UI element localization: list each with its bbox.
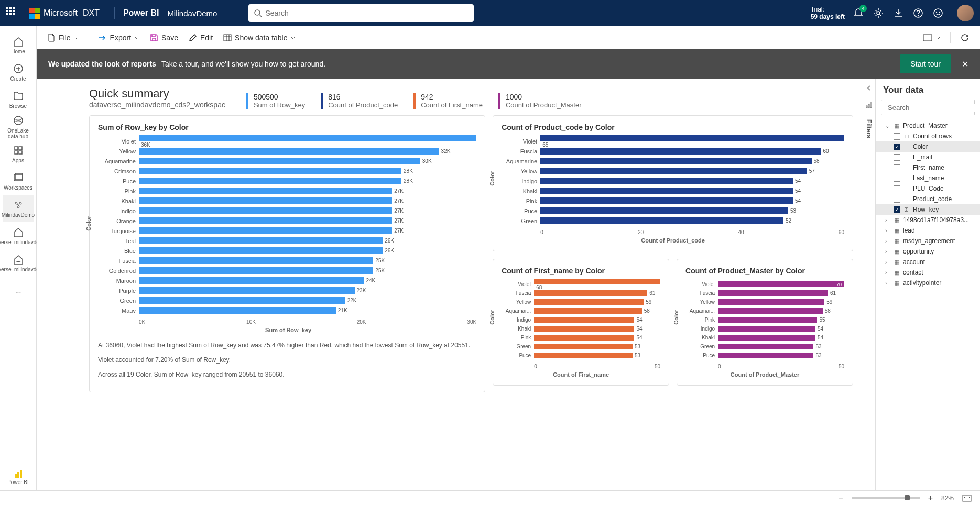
bar-row[interactable]: Aquamar...58: [502, 307, 660, 315]
bar-row[interactable]: Aquamarine58: [502, 157, 844, 166]
bar-row[interactable]: Puce53: [685, 352, 844, 359]
bar-row[interactable]: Maroon24K: [100, 276, 476, 285]
data-search-input[interactable]: [888, 104, 976, 112]
refresh-button[interactable]: [956, 31, 974, 45]
trial-status[interactable]: Trial:59 days left: [811, 6, 845, 21]
chart-card-first-name[interactable]: Count of First_name by Color Color Viole…: [493, 259, 669, 386]
bar-row[interactable]: Khaki54: [685, 334, 844, 342]
bar-row[interactable]: Indigo27K: [100, 206, 476, 215]
table-node-msdyn-agreement[interactable]: ›▦msdyn_agreement: [876, 236, 980, 246]
view-mode-button[interactable]: [919, 32, 945, 43]
data-search[interactable]: [881, 100, 975, 115]
nav-item-home[interactable]: Home: [3, 31, 34, 59]
chart-card-row-key[interactable]: Sum of Row_key by Color Color Violet36KY…: [89, 115, 485, 392]
bar-row[interactable]: Violet68: [502, 280, 660, 288]
table-node-account[interactable]: ›▦account: [876, 257, 980, 267]
nav-item-dataverse-milindavdem---[interactable]: dataverse_milindavdem...: [3, 222, 34, 249]
help-icon[interactable]: [913, 8, 923, 18]
bar-row[interactable]: Green53: [685, 343, 844, 350]
table-node-product-master[interactable]: ⌄▦Product_Master: [876, 120, 980, 131]
field-count-of-rows[interactable]: □Count of rows: [876, 131, 980, 141]
nav-item-milindavdemo[interactable]: MilindavDemo: [3, 195, 34, 222]
bar-row[interactable]: Yellow59: [502, 298, 660, 306]
bar-row[interactable]: Indigo54: [685, 325, 844, 333]
powerbi-switcher[interactable]: Power BI: [3, 463, 34, 490]
file-menu[interactable]: File: [43, 31, 83, 44]
bar-row[interactable]: Blue26K: [100, 246, 476, 255]
bar-row[interactable]: Aquamar...58: [685, 307, 844, 315]
bar-row[interactable]: Purple23K: [100, 286, 476, 295]
bar-row[interactable]: Puce53: [502, 206, 844, 215]
settings-icon[interactable]: [873, 8, 884, 18]
table-node-lead[interactable]: ›▦lead: [876, 225, 980, 236]
filters-pane-collapsed[interactable]: Filters: [862, 79, 875, 490]
bar-row[interactable]: Yellow59: [685, 298, 844, 306]
search-input[interactable]: [265, 9, 469, 17]
feedback-icon[interactable]: [933, 8, 943, 18]
download-icon[interactable]: [893, 8, 903, 18]
bar-row[interactable]: Green53: [502, 343, 660, 350]
bar-row[interactable]: Green52: [502, 216, 844, 225]
export-menu[interactable]: Export: [94, 31, 144, 44]
bar-row[interactable]: Yellow32K: [100, 147, 476, 156]
zoom-slider[interactable]: [852, 497, 920, 499]
bar-row[interactable]: Fuscia60: [502, 147, 844, 156]
bar-row[interactable]: Green22K: [100, 296, 476, 305]
bar-row[interactable]: Indigo54: [502, 316, 660, 324]
bar-row[interactable]: Teal26K: [100, 236, 476, 245]
bar-row[interactable]: Goldenrod25K: [100, 266, 476, 275]
start-tour-button[interactable]: Start tour: [900, 54, 951, 73]
zoom-out-button[interactable]: −: [838, 493, 843, 503]
field-product-code[interactable]: Product_code: [876, 194, 980, 204]
show-data-table-button[interactable]: Show data table: [219, 31, 300, 44]
nav-item----[interactable]: ...: [3, 277, 34, 304]
save-button[interactable]: Save: [146, 31, 182, 44]
bar-row[interactable]: Violet65: [502, 137, 844, 146]
app-launcher-icon[interactable]: [6, 7, 19, 19]
user-avatar[interactable]: [957, 5, 974, 21]
bar-row[interactable]: Fuscia61: [685, 289, 844, 297]
bar-row[interactable]: Mauv21K: [100, 306, 476, 315]
bar-row[interactable]: Pink54: [502, 196, 844, 205]
bar-row[interactable]: Khaki54: [502, 325, 660, 333]
bar-row[interactable]: Indigo54: [502, 177, 844, 185]
field-plu-code[interactable]: PLU_Code: [876, 183, 980, 194]
global-search[interactable]: [248, 4, 474, 22]
fit-page-icon[interactable]: [962, 495, 972, 502]
table-node-opportunity[interactable]: ›▦opportunity: [876, 246, 980, 257]
bar-row[interactable]: Pink27K: [100, 186, 476, 195]
nav-item-browse[interactable]: Browse: [3, 86, 34, 113]
bar-row[interactable]: Pink55: [685, 316, 844, 324]
bar-row[interactable]: Violet36K: [100, 137, 476, 146]
nav-item-workspaces[interactable]: Workspaces: [3, 168, 34, 195]
nav-item-dataverse-milindavdem---[interactable]: dataverse_milindavdem...: [3, 249, 34, 277]
edit-button[interactable]: Edit: [184, 31, 217, 44]
bar-row[interactable]: Violet70: [685, 280, 844, 288]
bar-row[interactable]: Orange27K: [100, 216, 476, 225]
table-node-activitypointer[interactable]: ›▦activitypointer: [876, 278, 980, 288]
zoom-in-button[interactable]: +: [928, 493, 933, 503]
field-row-key[interactable]: ✓ΣRow_key: [876, 204, 980, 215]
close-banner-icon[interactable]: ✕: [962, 59, 968, 69]
field-last-name[interactable]: Last_name: [876, 173, 980, 183]
nav-item-onelake-data-hub[interactable]: OneLake data hub: [3, 113, 34, 140]
bar-row[interactable]: Crimson28K: [100, 167, 476, 175]
table-node-1498cd1a7f104978a3---[interactable]: ›▦1498cd1a7f104978a3...: [876, 215, 980, 225]
workspace-name[interactable]: MilindavDemo: [167, 9, 217, 18]
bar-row[interactable]: Fuscia61: [502, 289, 660, 297]
zoom-level[interactable]: 82%: [941, 495, 954, 502]
notifications-icon[interactable]: 4: [853, 8, 864, 18]
bar-row[interactable]: Turquoise27K: [100, 226, 476, 235]
table-node-contact[interactable]: ›▦contact: [876, 267, 980, 278]
bar-row[interactable]: Khaki27K: [100, 196, 476, 205]
nav-item-create[interactable]: Create: [3, 59, 34, 86]
bar-row[interactable]: Yellow57: [502, 167, 844, 175]
bar-row[interactable]: Puce28K: [100, 177, 476, 185]
bar-row[interactable]: Aquamarine30K: [100, 157, 476, 166]
bar-row[interactable]: Puce53: [502, 352, 660, 359]
field-first-name[interactable]: First_name: [876, 162, 980, 173]
bar-row[interactable]: Khaki54: [502, 186, 844, 195]
bar-row[interactable]: Fuscia25K: [100, 256, 476, 265]
field-e-mail[interactable]: E_mail: [876, 152, 980, 162]
bar-row[interactable]: Pink54: [502, 334, 660, 342]
